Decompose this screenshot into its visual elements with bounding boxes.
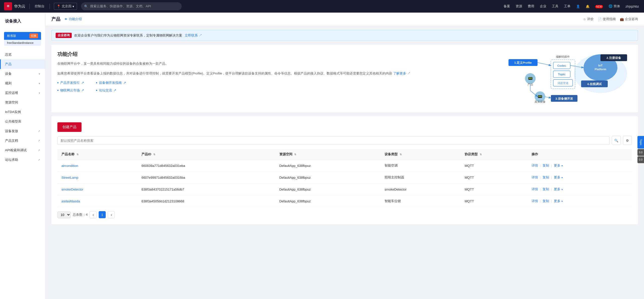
nav-username[interactable]: zhjsjzhbz [625,5,640,8]
func-intro-link[interactable]: 👁 功能介绍 [64,17,82,21]
page-header-right: ☆ 评价 📄 使用指南 💼 企业咨询 [583,17,638,21]
nav-workorder[interactable]: 工单 [563,4,572,9]
sidebar-item-model-lib[interactable]: 公共模型库 [0,117,45,126]
col-device-type-sort[interactable]: ⇅ [400,153,402,156]
func-intro-title: 功能介绍 [57,51,498,58]
version-switch-btn[interactable]: 切换 [29,33,38,38]
nav-cost[interactable]: 费用 [527,4,535,9]
col-product-name-sort[interactable]: ⇅ [77,153,79,156]
product-name-link-1[interactable]: StreetLamp [61,176,78,179]
learn-more-link[interactable]: 了解更多 [393,71,406,75]
func-links-right: 设备侧开发指南 ↗ 论坛交流 ↗ [96,81,126,93]
func-link-device-dev[interactable]: 设备侧开发指南 ↗ [96,81,126,85]
search-placeholder-text: 搜索云服务、快捷操作、资源、文档、API [90,4,151,9]
action-more-2[interactable]: 更多 ▾ [554,187,563,191]
func-diagram: IoT Platform 📟 产品 📟 真实设备 Codec [506,51,632,106]
header-action-review[interactable]: ☆ 评价 [583,17,594,21]
global-search-bar[interactable]: 🔍 搜索云服务、快捷操作、资源、文档、API [81,2,182,10]
action-more-1[interactable]: 更多 ▾ [554,175,563,179]
more-dropdown-arrow-3: ▾ [561,200,563,203]
eye-icon: 👁 [64,17,68,21]
col-product-id-sort[interactable]: ⇅ [153,153,155,156]
cell-resource-space: DefaultApp_638fbpuz [275,195,381,207]
action-detail-0[interactable]: 详情 [532,164,538,167]
nav-resource[interactable]: 资源 [515,4,523,9]
action-detail-1[interactable]: 详情 [532,175,538,179]
product-name-link-0[interactable]: aircondition [61,164,78,168]
nav-backup[interactable]: 备案 [503,4,511,9]
more-dropdown-arrow-0: ▾ [561,164,563,167]
location-pin-icon: 📍 [57,5,61,8]
nav-bell-icon[interactable]: 🔔 [585,5,591,8]
table-settings-button[interactable]: ⚙ [623,136,632,145]
right-sidebar-topic-tab[interactable]: Topic [637,136,644,148]
page-size-selector[interactable]: 10 20 50 [57,211,71,218]
create-product-button[interactable]: 创建产品 [57,122,82,132]
header-action-consult[interactable]: 💼 企业咨询 [620,17,638,21]
cell-resource-space: DefaultApp_638fbpuz [275,172,381,183]
product-search-input[interactable] [57,136,610,145]
cell-product-id: 660839a771d845632a031eba [137,160,275,172]
header-action-guide-label: 使用指南 [603,17,616,21]
sidebar-item-overview[interactable]: 总览 [0,50,45,59]
action-more-0[interactable]: 更多 ▾ [554,164,563,167]
right-mini-sidebar: Topic 0.0 0.0 [637,136,644,163]
prev-page-button[interactable]: ‹ [90,211,97,218]
sidebar-item-product-label: 产品 [5,62,12,66]
func-intro-desc2: 如果您希望使用平台查看设备上报的数据信息，并对设备进行管理控制，就需要开发产品模… [57,70,498,76]
sidebar-item-monitor-label: 监控运维 [5,91,18,95]
product-name-link-2[interactable]: smokeDetector [61,188,83,191]
func-intro-label: 功能介绍 [69,17,82,21]
sidebar-ext-device-release[interactable]: 设备发放 ↗ [0,126,45,136]
sidebar-item-monitor[interactable]: 监控运维 ▾ [0,88,45,98]
nav-lang[interactable]: 🌐 简体 [608,4,621,9]
sidebar-item-resource-space[interactable]: 资源空间 [0,98,45,107]
sidebar-title: 设备接入 [0,17,45,28]
col-device-type: 设备类型 ⇅ [381,149,461,160]
col-protocol-type-sort[interactable]: ⇅ [480,153,482,156]
page-title: 产品 [51,16,60,22]
sidebar-item-product[interactable]: 产品 [0,59,45,69]
search-submit-button[interactable]: 🔍 [612,136,621,145]
location-dropdown-icon: ▾ [72,5,74,8]
func-link-forum[interactable]: 论坛交流 ↗ [96,88,126,93]
nav-tools[interactable]: 工具 [551,4,559,9]
sidebar: 设备接入 标准版 切换 freeStandardInstance 总览 产品 设… [0,13,45,299]
main-content: 产品 👁 功能介绍 ☆ 评价 📄 使用指南 💼 企业咨询 [45,13,644,299]
sidebar-ext-forum[interactable]: 论坛求助 ↗ [0,155,45,165]
location-selector[interactable]: 📍 北京四 ▾ [54,3,77,10]
sidebar-ext-device-release-icon: ↗ [38,130,40,133]
cell-product-name: asdasfdasda [57,195,137,207]
col-resource-space: 资源空间 ⇅ [275,149,381,160]
nav-enterprise[interactable]: 企业 [539,4,547,9]
func-link-product-dev[interactable]: 产品开发指引 ↗ [57,81,84,85]
next-page-button[interactable]: › [108,211,115,218]
cell-product-id: 638f3a843702215171a56db7 [137,183,275,195]
control-panel-link[interactable]: 控制台 [34,4,46,9]
cell-protocol: MQTT [461,183,527,195]
action-copy-3[interactable]: 复制 [543,199,549,203]
action-detail-3[interactable]: 详情 [532,199,538,203]
func-link-iot-market[interactable]: 物联网云市场 ↗ [57,88,84,93]
cell-product-name: aircondition [57,160,137,172]
action-detail-2[interactable]: 详情 [532,187,538,191]
sidebar-ext-api-debug-label: API检索和调试 [5,148,27,153]
sidebar-ext-product-doc[interactable]: 产品文档 ↗ [0,136,45,145]
banner-tag: 企业咨询 [56,33,72,38]
action-copy-0[interactable]: 复制 [543,164,549,167]
action-more-3[interactable]: 更多 ▾ [554,199,563,203]
header-action-guide[interactable]: 📄 使用指南 [598,17,616,21]
product-name-link-3[interactable]: asdasfdasda [61,199,80,203]
page-1-button[interactable]: 1 [99,211,106,218]
col-resource-space-sort[interactable]: ⇅ [294,153,296,156]
sidebar-ext-api-debug[interactable]: API检索和调试 ↗ [0,145,45,155]
sidebar-ext-forum-label: 论坛求助 [5,158,18,162]
action-copy-1[interactable]: 复制 [543,175,549,179]
sidebar-item-rule[interactable]: 规则 ▾ [0,79,45,88]
sidebar-item-device[interactable]: 设备 ▾ [0,69,45,79]
action-copy-2[interactable]: 复制 [543,187,549,191]
nav-user-icon[interactable]: 👤 [575,5,581,8]
sidebar-item-iotda[interactable]: IoTDA实例 [0,107,45,117]
banner-link[interactable]: 立即联系 ↗ [185,33,202,38]
banner-link-icon: ↗ [199,33,202,37]
